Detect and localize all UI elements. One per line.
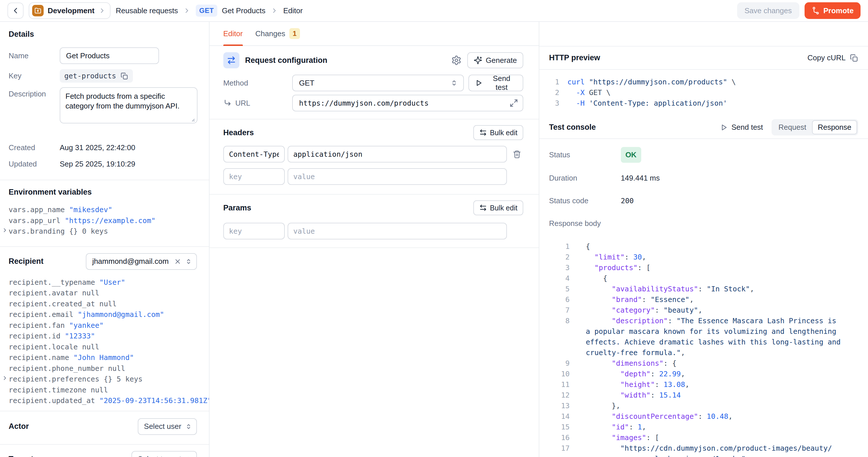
line-number: 3 bbox=[549, 263, 570, 273]
key-value: get-products bbox=[64, 72, 116, 80]
variable-value: {} 0 keys bbox=[65, 227, 108, 235]
promote-button[interactable]: Promote bbox=[805, 2, 861, 19]
request-config-title: Request configuration bbox=[245, 56, 328, 65]
variable-row: recipient.timezone null bbox=[9, 385, 197, 396]
header-key-input[interactable] bbox=[223, 168, 285, 185]
params-section-head: Params Bulk edit bbox=[223, 201, 523, 215]
actor-title: Actor bbox=[9, 422, 29, 431]
tab-changes-label: Changes bbox=[255, 29, 285, 38]
code-line: 3 -H 'Content-Type: application/json' bbox=[549, 98, 858, 109]
param-value-input[interactable] bbox=[288, 223, 507, 239]
duration-value: 149.441 ms bbox=[621, 174, 660, 183]
variable-row[interactable]: recipient.preferences {} 5 keys bbox=[9, 374, 197, 385]
send-test-button[interactable]: Send test bbox=[468, 74, 523, 91]
status-code-row: Status code 200 bbox=[549, 196, 858, 205]
select-chevrons-icon bbox=[185, 456, 192, 457]
trash-icon[interactable] bbox=[513, 150, 521, 158]
code-text: "availabilityStatus": "In Stock", bbox=[586, 284, 858, 294]
variable-value: null bbox=[86, 386, 108, 394]
param-key-input[interactable] bbox=[223, 223, 285, 239]
sparkles-icon bbox=[474, 56, 482, 65]
name-input[interactable] bbox=[60, 48, 159, 64]
resize-handle-icon[interactable] bbox=[189, 116, 195, 122]
code-text: { bbox=[586, 241, 858, 252]
response-body-json: 1{2 "limit": 30,3 "products": [4 {5 "ava… bbox=[539, 241, 868, 457]
project-badge[interactable]: Development bbox=[29, 2, 111, 19]
variable-row[interactable]: vars.branding {} 0 keys bbox=[9, 226, 197, 237]
http-preview-head: HTTP preview Copy cURL bbox=[539, 46, 868, 70]
status-label: Status bbox=[549, 150, 621, 159]
created-label: Created bbox=[9, 143, 60, 152]
code-text: "images": [ bbox=[586, 432, 858, 443]
code-line: 15 "id": 1, bbox=[549, 422, 858, 432]
actor-select[interactable]: Select user bbox=[138, 418, 197, 435]
line-number: 11 bbox=[549, 379, 570, 390]
breadcrumb-root[interactable]: Reusable requests bbox=[116, 6, 178, 15]
generate-button[interactable]: Generate bbox=[467, 52, 523, 68]
response-body-row: Response body bbox=[549, 219, 858, 228]
select-chevrons-icon bbox=[450, 79, 458, 87]
folder-icon bbox=[32, 5, 43, 17]
copy-icon[interactable] bbox=[120, 72, 128, 80]
clear-icon[interactable] bbox=[174, 258, 181, 265]
toggle-response[interactable]: Response bbox=[812, 120, 857, 134]
console-send-test-button[interactable]: Send test bbox=[720, 123, 763, 132]
breadcrumb-page: Editor bbox=[283, 6, 303, 15]
description-textarea[interactable]: Fetch products from a specific category … bbox=[60, 87, 197, 123]
code-line: 9 "dimensions": { bbox=[549, 358, 858, 369]
line-number: 12 bbox=[549, 390, 570, 400]
variable-row: vars.app_url "https://example.com" bbox=[9, 215, 197, 226]
params-bulk-edit-button[interactable]: Bulk edit bbox=[473, 201, 523, 215]
corner-down-right-icon bbox=[223, 99, 232, 108]
back-button[interactable] bbox=[7, 3, 24, 19]
method-select[interactable]: GET bbox=[292, 74, 464, 91]
line-number: 1 bbox=[549, 77, 559, 87]
test-console-title: Test console bbox=[549, 123, 720, 132]
gear-icon[interactable] bbox=[451, 55, 462, 65]
variable-value: "yankee" bbox=[65, 321, 104, 330]
tenant-title: Tenant bbox=[9, 455, 34, 457]
line-number: 8 bbox=[549, 315, 570, 358]
recipient-select[interactable]: jhammond@gmail.com bbox=[86, 253, 197, 270]
play-icon bbox=[720, 123, 728, 131]
copy-icon bbox=[849, 54, 858, 62]
breadcrumb-request-name[interactable]: Get Products bbox=[222, 6, 266, 15]
test-console-head: Test console Send test Request Response bbox=[539, 116, 868, 139]
tenant-select[interactable]: Select tenant bbox=[131, 451, 197, 457]
tab-changes[interactable]: Changes 1 bbox=[255, 22, 300, 45]
variable-row: recipient.fan "yankee" bbox=[9, 320, 197, 331]
headers-bulk-edit-button[interactable]: Bulk edit bbox=[473, 125, 523, 140]
copy-curl-button[interactable]: Copy cURL bbox=[807, 53, 858, 62]
key-pill: get-products bbox=[60, 69, 133, 83]
expand-chevron-icon[interactable] bbox=[2, 227, 8, 233]
chevron-right-icon bbox=[183, 7, 191, 14]
git-branch-icon bbox=[811, 6, 820, 15]
code-text: { bbox=[586, 273, 858, 284]
line-number: 1 bbox=[549, 241, 570, 252]
expand-icon[interactable] bbox=[509, 99, 518, 108]
variable-key: recipient.timezone bbox=[9, 386, 86, 394]
params-title: Params bbox=[223, 204, 251, 212]
variable-value: null bbox=[104, 364, 125, 373]
status-code-label: Status code bbox=[549, 196, 621, 205]
variable-value: null bbox=[78, 343, 99, 351]
expand-chevron-icon[interactable] bbox=[2, 375, 8, 381]
variable-row: recipient.id "12333" bbox=[9, 331, 197, 342]
updated-value: Sep 25 2025, 19:10:29 bbox=[60, 160, 135, 169]
line-number: 4 bbox=[549, 273, 570, 284]
play-icon bbox=[475, 79, 483, 87]
header-value-input[interactable] bbox=[288, 146, 507, 162]
url-input[interactable] bbox=[292, 95, 523, 111]
variable-value: null bbox=[78, 289, 99, 297]
status-row: Status OK bbox=[549, 147, 858, 163]
header-value-input[interactable] bbox=[288, 168, 507, 185]
toggle-request[interactable]: Request bbox=[773, 120, 812, 134]
key-label: Key bbox=[9, 71, 60, 80]
variable-key: vars.app_url bbox=[9, 216, 61, 225]
tab-editor[interactable]: Editor bbox=[223, 22, 243, 45]
header-key-input[interactable] bbox=[223, 146, 285, 162]
save-changes-button[interactable]: Save changes bbox=[737, 2, 799, 19]
variable-row: recipient.locale null bbox=[9, 342, 197, 353]
line-number: 2 bbox=[549, 252, 570, 263]
code-line: 14 "discountPercentage": 10.48, bbox=[549, 411, 858, 422]
